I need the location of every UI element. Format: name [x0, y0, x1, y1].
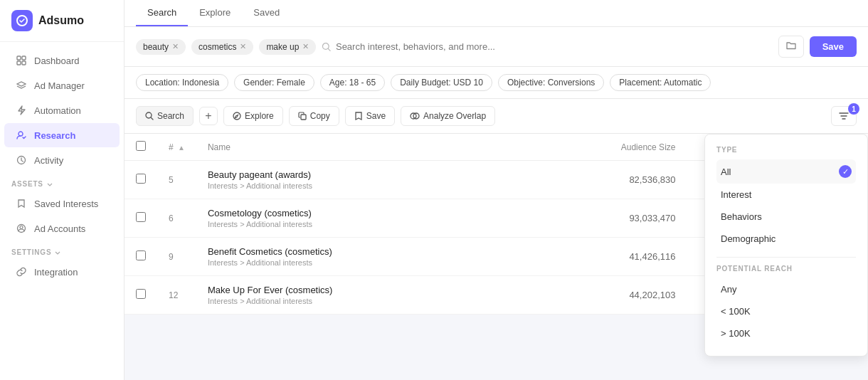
row-checkbox-cell [125, 276, 157, 315]
select-all-checkbox[interactable] [136, 141, 146, 151]
row-audience-size: 93,033,470 [518, 199, 687, 238]
sidebar-nav: Dashboard Ad Manager Automation [0, 42, 124, 290]
objective-filter[interactable]: Objective: Conversions [498, 74, 604, 91]
layers-icon [16, 80, 27, 91]
logo-area: Adsumo [0, 0, 124, 42]
filter-reach-gt100k[interactable]: > 100K [716, 322, 856, 344]
reach-section-label: POTENTIAL REACH [716, 265, 856, 273]
toolbar-explore-label: Explore [245, 111, 274, 121]
tab-saved[interactable]: Saved [242, 0, 291, 26]
sidebar-item-activity[interactable]: Activity [4, 148, 120, 172]
remove-tag-cosmetics[interactable]: ✕ [240, 42, 246, 51]
link-icon [16, 266, 27, 278]
sidebar-label-research: Research [34, 130, 76, 141]
type-section-label: TYPE [716, 146, 856, 154]
toolbar-search-icon [145, 112, 154, 120]
sidebar-label-integration: Integration [34, 267, 78, 278]
filter-type-demographic[interactable]: Demographic [716, 228, 856, 250]
row-sub-text: Interests > Additional interests [208, 220, 507, 228]
row-name-cell: Cosmetology (cosmetics) Interests > Addi… [196, 199, 519, 238]
logo-icon [11, 10, 33, 31]
sidebar-item-saved-interests[interactable]: Saved Interests [4, 191, 120, 216]
filter-tag-beauty[interactable]: beauty ✕ [136, 39, 186, 55]
budget-filter[interactable]: Daily Budget: USD 10 [391, 74, 492, 91]
filter-type-demographic-label: Demographic [721, 233, 776, 244]
filter-type-behaviors[interactable]: Behaviors [716, 206, 856, 228]
filter-badge: 1 [848, 103, 859, 115]
toolbar-copy-label: Copy [310, 111, 330, 121]
add-button[interactable]: + [199, 107, 218, 125]
row-audience-size: 41,426,116 [518, 238, 687, 276]
row-checkbox[interactable] [136, 289, 146, 299]
row-sub-text: Interests > Additional interests [208, 181, 507, 190]
col-rank[interactable]: # ▲ [157, 134, 196, 161]
remove-tag-beauty[interactable]: ✕ [172, 42, 179, 51]
filter-tag-makeup-label: make up [266, 42, 299, 52]
all-check-icon: ✓ [839, 165, 852, 178]
folder-icon [786, 41, 796, 51]
age-filter[interactable]: Age: 18 - 65 [320, 74, 385, 91]
rank-sort-icon: ▲ [178, 144, 185, 152]
sidebar-item-integration[interactable]: Integration [4, 260, 120, 284]
main-tabs: Search Explore Saved [125, 0, 868, 27]
assets-section-label: ASSETS [0, 173, 124, 191]
remove-tag-makeup[interactable]: ✕ [302, 42, 309, 51]
row-audience-size: 44,202,103 [518, 276, 687, 315]
row-checkbox[interactable] [136, 250, 146, 260]
svg-point-10 [146, 112, 152, 118]
filter-type-all[interactable]: All ✓ [716, 159, 856, 184]
filter-tag-makeup[interactable]: make up ✕ [259, 39, 316, 55]
bookmark-icon [16, 198, 27, 209]
filter-reach-any-label: Any [721, 284, 736, 295]
sidebar-item-automation[interactable]: Automation [4, 98, 120, 122]
filter-tag-cosmetics-label: cosmetics [199, 42, 236, 52]
sidebar-item-research[interactable]: Research [4, 123, 120, 147]
row-rank: 6 [157, 199, 196, 238]
toolbar-save-button[interactable]: Save [345, 106, 395, 126]
gender-filter[interactable]: Gender: Female [234, 74, 314, 91]
filter-tag-cosmetics[interactable]: cosmetics ✕ [191, 39, 253, 55]
toolbar: Search + Explore Copy Save [125, 99, 868, 134]
svg-rect-2 [22, 56, 26, 60]
toolbar-analyze-button[interactable]: Analyze Overlap [401, 106, 495, 126]
row-name-text: Benefit Cosmetics (cosmetics) [208, 246, 507, 257]
toolbar-explore-button[interactable]: Explore [223, 106, 283, 126]
tab-search[interactable]: Search [136, 0, 188, 26]
toolbar-analyze-label: Analyze Overlap [423, 111, 486, 121]
sidebar-item-dashboard[interactable]: Dashboard [4, 48, 120, 73]
search-wrapper [322, 41, 772, 52]
toolbar-search-button[interactable]: Search [136, 106, 194, 126]
sidebar-label-automation: Automation [34, 105, 81, 116]
filter-tag-beauty-label: beauty [143, 42, 169, 52]
analyze-icon [410, 111, 420, 121]
svg-rect-3 [17, 61, 21, 65]
row-checkbox[interactable] [136, 174, 146, 184]
location-filter[interactable]: Location: Indonesia [136, 74, 228, 91]
main-content: Search Explore Saved beauty ✕ cosmetics … [125, 0, 868, 380]
row-sub-text: Interests > Additional interests [208, 258, 507, 267]
filter-reach-any[interactable]: Any [716, 278, 856, 300]
col-checkbox [125, 134, 157, 161]
col-name: Name [196, 134, 519, 161]
search-icon [322, 42, 332, 52]
save-button[interactable]: Save [810, 36, 857, 57]
search-input[interactable] [336, 41, 773, 52]
row-checkbox[interactable] [136, 212, 146, 222]
sidebar-label-ad-accounts: Ad Accounts [34, 223, 85, 234]
tab-explore[interactable]: Explore [188, 0, 242, 26]
folder-button[interactable] [778, 36, 804, 58]
sidebar-item-ad-manager[interactable]: Ad Manager [4, 73, 120, 97]
svg-rect-1 [17, 56, 21, 60]
sidebar-item-ad-accounts[interactable]: Ad Accounts [4, 216, 120, 241]
filter-reach-lt100k[interactable]: < 100K [716, 300, 856, 322]
row-name-cell: Beauty pageant (awards) Interests > Addi… [196, 161, 519, 199]
toolbar-copy-button[interactable]: Copy [289, 106, 339, 126]
placement-filter[interactable]: Placement: Automatic [610, 74, 711, 91]
filter-panel-button[interactable]: 1 [831, 106, 857, 126]
compass-icon [233, 112, 241, 120]
row-name-text: Beauty pageant (awards) [208, 169, 507, 180]
filter-type-interest[interactable]: Interest [716, 184, 856, 206]
clock-icon [16, 154, 27, 166]
row-sub-text: Interests > Additional interests [208, 297, 507, 305]
svg-rect-12 [301, 115, 306, 120]
